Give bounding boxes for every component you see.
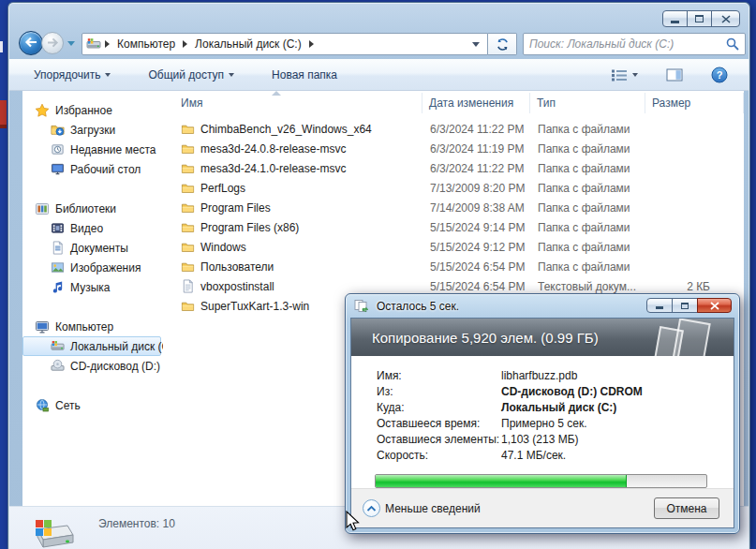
organize-button[interactable]: Упорядочить (26, 64, 118, 86)
folder-icon (181, 241, 195, 254)
file-rows: ChimbaBench_v26_Windows_x64 6/3/2024 11:… (163, 119, 744, 316)
recent-pages-dropdown[interactable] (67, 41, 75, 46)
share-label: Общий доступ (148, 68, 224, 82)
star-icon (35, 103, 50, 118)
sidebar-label: Документы (70, 242, 128, 255)
sidebar-item-video[interactable]: Видео (22, 218, 163, 238)
libraries-icon (35, 201, 50, 216)
forward-button[interactable] (41, 32, 64, 54)
column-header-type[interactable]: Тип (530, 93, 645, 113)
breadcrumb-arrow-icon (309, 40, 314, 48)
sidebar-label: Библиотеки (55, 202, 116, 215)
preview-pane-icon (666, 67, 683, 82)
dialog-close-button[interactable] (697, 298, 732, 313)
table-row[interactable]: Program Files 7/14/2009 8:38 AM Папка с … (163, 198, 744, 217)
detail-label: Оставшиеся элементы: (377, 432, 501, 448)
folder-icon (181, 182, 195, 195)
file-name: ChimbaBench_v26_Windows_x64 (200, 123, 372, 136)
file-type: Папка с файлами (530, 241, 645, 254)
less-details-button[interactable] (363, 499, 380, 517)
copy-details: Имя: libharfbuzz.pdb Из: CD-дисковод (D:… (351, 356, 734, 488)
sidebar-label: Музыка (70, 281, 110, 294)
dialog-caption-buttons (647, 298, 732, 313)
sidebar-item-favorites[interactable]: Избранное (22, 100, 163, 120)
column-header-date[interactable]: Дата изменения (422, 93, 530, 113)
file-date: 7/13/2009 8:20 PM (422, 182, 530, 195)
table-row[interactable]: Program Files (x86) 5/15/2024 9:14 PM Па… (163, 217, 744, 237)
sidebar-item-libraries[interactable]: Библиотеки (22, 199, 163, 218)
table-row[interactable]: Пользователи 5/15/2024 6:54 PM Папка с ф… (163, 257, 744, 276)
sidebar-item-documents[interactable]: Документы (22, 238, 163, 258)
dialog-body: Копирование 5,920 элем. (0.99 ГБ) Имя: l… (350, 318, 734, 528)
column-header-name[interactable]: Имя (163, 93, 422, 113)
drive-icon (86, 37, 101, 52)
detail-row-from: Из: CD-дисковод (D:) CDROM (377, 384, 734, 400)
sidebar-item-local-disk-c[interactable]: Локальный диск (C (22, 336, 161, 356)
file-type: Текстовый докум... (530, 280, 645, 293)
detail-row-to: Куда: Локальный диск (C:) (377, 400, 734, 416)
text-file-icon (181, 279, 195, 293)
views-icon (611, 67, 628, 82)
refresh-button[interactable] (488, 33, 517, 55)
table-row[interactable]: mesa3d-24.0.8-release-msvc 6/3/2024 11:1… (163, 139, 744, 158)
help-icon (711, 67, 728, 83)
file-type: Папка с файлами (530, 142, 645, 156)
breadcrumb-arrow-icon (105, 40, 110, 48)
detail-label: Оставшееся время: (377, 416, 501, 432)
help-button[interactable] (704, 62, 735, 88)
mouse-cursor (346, 511, 361, 531)
sidebar-item-recent-places[interactable]: Недавние места (22, 140, 163, 159)
column-header-size[interactable]: Размер (645, 93, 744, 113)
downloads-folder-icon (51, 123, 65, 137)
maximize-button[interactable] (687, 10, 712, 27)
file-date: 5/15/2024 9:14 PM (422, 221, 530, 234)
sidebar-item-cd-drive-d[interactable]: CD-дисковод (D:) C (22, 356, 163, 376)
sidebar-item-desktop[interactable]: Рабочий стол (22, 159, 163, 179)
sidebar-item-downloads[interactable]: Загрузки (22, 120, 163, 140)
detail-row-name: Имя: libharfbuzz.pdb (377, 368, 734, 384)
file-date: 6/3/2024 11:19 PM (422, 142, 530, 156)
sidebar-item-computer[interactable]: Компьютер (22, 317, 163, 336)
preview-pane-button[interactable] (659, 63, 690, 87)
file-name: Program Files (200, 201, 271, 215)
cancel-button[interactable]: Отмена (654, 497, 719, 519)
breadcrumb-computer[interactable]: Компьютер (113, 35, 179, 53)
less-details-label[interactable]: Меньше сведений (385, 502, 481, 515)
sidebar-label: Изображения (70, 261, 141, 274)
search-box[interactable]: Поиск: Локальный диск (C:) (523, 33, 746, 55)
computer-icon (35, 319, 50, 334)
breadcrumb-local-disk-c[interactable]: Локальный диск (C:) (191, 35, 305, 53)
search-icon[interactable] (726, 37, 739, 51)
items-count: Элементов: 10 (98, 517, 175, 530)
sidebar-label: Загрузки (70, 124, 115, 137)
new-folder-button[interactable]: Новая папка (264, 64, 345, 86)
table-row[interactable]: mesa3d-24.1.0-release-msvc 6/3/2024 11:2… (163, 158, 744, 178)
aero-pane-icon (672, 319, 710, 356)
table-row[interactable]: Windows 5/15/2024 9:12 PM Папка с файлам… (163, 237, 744, 257)
dialog-maximize-button[interactable] (672, 298, 698, 313)
dialog-minimize-button[interactable] (646, 298, 673, 313)
table-row[interactable]: ChimbaBench_v26_Windows_x64 6/3/2024 11:… (163, 119, 744, 139)
cancel-label: Отмена (666, 502, 706, 515)
file-name: PerfLogs (200, 182, 245, 195)
chevron-up-icon (366, 505, 377, 512)
views-button[interactable] (603, 63, 645, 87)
sidebar-item-network[interactable]: Сеть (22, 395, 163, 415)
sidebar-item-pictures[interactable]: Изображения (22, 258, 163, 277)
address-dropdown-icon[interactable] (472, 42, 480, 47)
copy-progress-dialog: Осталось 5 сек. Копирование 5,920 элем. … (345, 293, 740, 534)
address-bar[interactable]: Компьютер Локальный диск (C:) (82, 33, 488, 55)
file-name: vboxpostinstall (200, 280, 274, 293)
share-button[interactable]: Общий доступ (141, 64, 242, 86)
dialog-header: Копирование 5,920 элем. (0.99 ГБ) (351, 319, 734, 356)
minimize-button[interactable] (662, 10, 688, 27)
sidebar-label: Локальный диск (C (70, 340, 163, 353)
back-button[interactable] (19, 31, 43, 55)
close-button[interactable] (711, 10, 740, 27)
table-row[interactable]: PerfLogs 7/13/2009 8:20 PM Папка с файла… (163, 178, 744, 198)
copy-files-icon (354, 299, 371, 314)
sidebar-item-music[interactable]: Музыка (22, 277, 163, 297)
file-name: mesa3d-24.1.0-release-msvc (200, 162, 346, 175)
local-disk-status-icon (30, 516, 75, 549)
hdd-icon (51, 339, 65, 353)
